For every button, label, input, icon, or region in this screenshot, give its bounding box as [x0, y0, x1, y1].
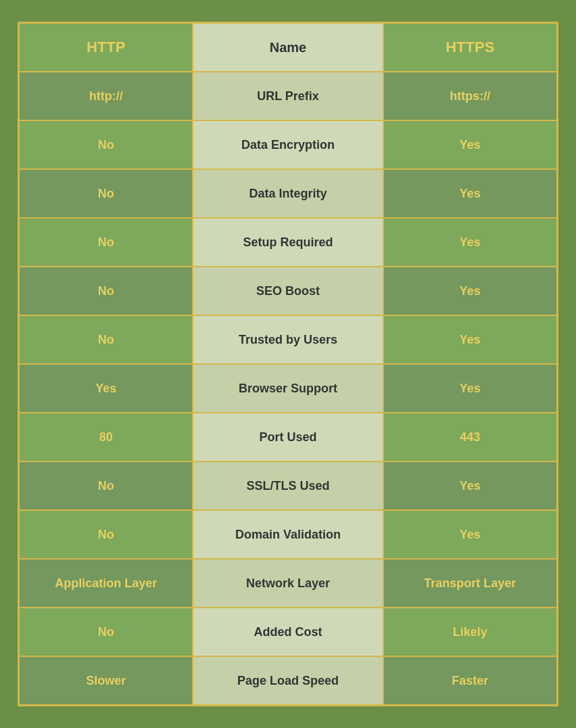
cell-right: Yes: [384, 462, 556, 509]
cell-right: HTTPS: [384, 24, 556, 71]
cell-right: Likely: [384, 608, 556, 656]
cell-middle: Trusted by Users: [193, 316, 383, 363]
table-row: NoSetup RequiredYes: [20, 219, 556, 267]
cell-right: Yes: [384, 267, 556, 315]
table-row: NoSSL/TLS UsedYes: [20, 462, 556, 511]
cell-middle: SSL/TLS Used: [193, 462, 383, 509]
cell-right: Yes: [384, 365, 556, 412]
cell-middle: Data Encryption: [193, 121, 383, 168]
table-row: HTTPNameHTTPS: [20, 24, 556, 72]
cell-right: Yes: [384, 511, 556, 558]
comparison-table: HTTPNameHTTPShttp://URL Prefixhttps://No…: [18, 22, 558, 706]
table-row: NoTrusted by UsersYes: [20, 316, 556, 365]
cell-middle: URL Prefix: [193, 72, 383, 120]
cell-right: Yes: [384, 219, 556, 266]
cell-middle: Browser Support: [193, 365, 383, 412]
cell-right: https://: [384, 72, 556, 120]
table-row: NoData EncryptionYes: [20, 121, 556, 170]
cell-left: No: [20, 267, 193, 315]
cell-left: Yes: [20, 365, 193, 412]
cell-middle: Setup Required: [193, 219, 383, 266]
cell-left: HTTP: [20, 24, 193, 71]
cell-left: 80: [20, 413, 193, 461]
table-row: NoAdded CostLikely: [20, 608, 556, 657]
cell-middle: Port Used: [193, 413, 383, 461]
cell-middle: Data Integrity: [193, 170, 383, 217]
cell-right: Faster: [384, 657, 556, 704]
cell-left: No: [20, 219, 193, 266]
cell-right: Yes: [384, 170, 556, 217]
cell-middle: Page Load Speed: [193, 657, 383, 704]
table-row: SlowerPage Load SpeedFaster: [20, 657, 556, 704]
cell-left: No: [20, 121, 193, 168]
cell-right: Transport Layer: [384, 560, 556, 607]
table-row: NoData IntegrityYes: [20, 170, 556, 219]
cell-left: Application Layer: [20, 560, 193, 607]
table-row: NoDomain ValidationYes: [20, 511, 556, 560]
table-row: Application LayerNetwork LayerTransport …: [20, 560, 556, 608]
cell-middle: Domain Validation: [193, 511, 383, 558]
table-row: http://URL Prefixhttps://: [20, 72, 556, 121]
cell-left: No: [20, 316, 193, 363]
cell-middle: Network Layer: [193, 560, 383, 607]
cell-middle: Added Cost: [193, 608, 383, 656]
cell-left: Slower: [20, 657, 193, 704]
cell-left: No: [20, 170, 193, 217]
cell-right: 443: [384, 413, 556, 461]
cell-left: http://: [20, 72, 193, 120]
cell-left: No: [20, 608, 193, 656]
cell-left: No: [20, 511, 193, 558]
cell-middle: SEO Boost: [193, 267, 383, 315]
cell-right: Yes: [384, 316, 556, 363]
cell-middle: Name: [193, 24, 383, 71]
table-row: NoSEO BoostYes: [20, 267, 556, 316]
cell-right: Yes: [384, 121, 556, 168]
cell-left: No: [20, 462, 193, 509]
table-row: 80Port Used443: [20, 413, 556, 462]
table-row: YesBrowser SupportYes: [20, 365, 556, 413]
